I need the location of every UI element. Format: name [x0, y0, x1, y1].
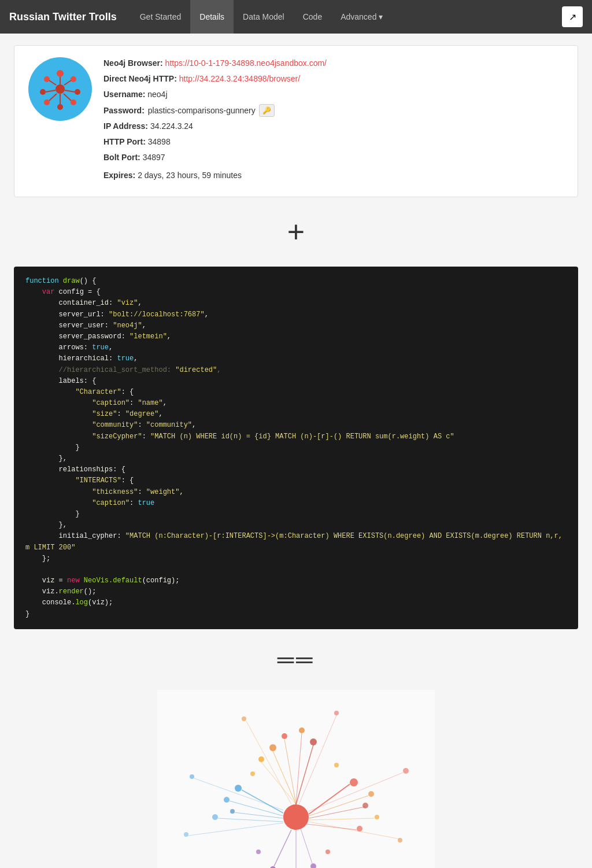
direct-http-label: Direct Neo4j HTTP:: [103, 74, 177, 83]
code-line: "thickness": "weight",: [25, 487, 567, 498]
logo-area: [28, 57, 92, 121]
code-line: initial_cypher: "MATCH (n:Character)-[r:…: [25, 531, 567, 553]
ip-row: IP Address: 34.224.3.24: [103, 120, 564, 132]
expires-value: 2 days, 23 hours, 59 minutes: [138, 171, 242, 180]
bolt-port-row: Bolt Port: 34897: [103, 152, 564, 164]
logo-circle: [28, 57, 92, 121]
username-label: Username:: [103, 90, 145, 99]
code-line: var config = {: [25, 287, 567, 298]
svg-point-11: [44, 99, 50, 105]
svg-line-10: [65, 90, 75, 92]
nav-item-details[interactable]: Details: [190, 0, 234, 34]
code-line: },: [25, 453, 567, 464]
svg-point-7: [40, 89, 46, 95]
nav-item-advanced[interactable]: Advanced ▾: [331, 0, 392, 34]
code-line: "sizeCypher": "MATCH (n) WHERE id(n) = {…: [25, 431, 567, 442]
svg-point-18: [283, 804, 309, 830]
svg-point-30: [368, 791, 374, 797]
svg-point-41: [230, 809, 235, 814]
svg-line-12: [49, 94, 57, 101]
svg-point-5: [71, 76, 76, 82]
code-line: "community": "community",: [25, 420, 567, 431]
svg-point-15: [57, 104, 63, 110]
code-line: hierarchical: true,: [25, 353, 567, 364]
graph-svg: [157, 690, 435, 868]
ip-value: 34.224.3.24: [150, 121, 193, 131]
code-line: viz.render();: [25, 586, 567, 597]
neo4j-browser-label: Neo4j Browser:: [103, 58, 163, 68]
code-line: labels: {: [25, 376, 567, 387]
svg-point-3: [44, 76, 50, 82]
external-link-button[interactable]: ↗: [562, 6, 583, 27]
http-port-row: HTTP Port: 34898: [103, 136, 564, 148]
code-line: };: [25, 553, 567, 564]
direct-http-link[interactable]: http://34.224.3.24:34898/browser/: [179, 74, 300, 83]
code-line: "caption": true: [25, 498, 567, 509]
code-line: relationships: {: [25, 464, 567, 475]
code-block: function draw() { var config = { contain…: [14, 267, 578, 629]
svg-line-4: [49, 80, 56, 85]
nav-item-data-model[interactable]: Data Model: [234, 0, 294, 34]
code-line: "INTERACTS": {: [25, 475, 567, 486]
code-line: container_id: "viz",: [25, 298, 567, 309]
code-line: }: [25, 442, 567, 453]
neo4j-browser-link[interactable]: https://10-0-1-179-34898.neo4jsandbox.co…: [165, 58, 327, 68]
username-value: neo4j: [147, 90, 167, 99]
http-port-label: HTTP Port:: [103, 137, 146, 146]
equals-symbol: ══: [0, 647, 592, 673]
code-line: console.log(viz);: [25, 597, 567, 608]
svg-point-54: [403, 768, 409, 774]
svg-line-14: [64, 94, 71, 101]
graph-container: neo4j: [14, 690, 578, 868]
code-line: server_url: "bolt://localhost:7687",: [25, 309, 567, 320]
code-line: "size": "degree",: [25, 409, 567, 420]
svg-point-40: [224, 797, 230, 803]
svg-point-19: [269, 744, 276, 751]
svg-point-62: [242, 716, 246, 721]
svg-point-22: [310, 738, 317, 745]
code-line: server_user: "neo4j",: [25, 320, 567, 331]
svg-point-58: [190, 774, 194, 779]
svg-point-20: [282, 733, 287, 739]
nav-item-code[interactable]: Code: [294, 0, 331, 34]
expires-label: Expires:: [103, 171, 135, 180]
svg-point-69: [256, 849, 261, 854]
svg-point-67: [250, 771, 255, 776]
code-line: //hierarchical_sort_method: "directed",: [25, 365, 567, 376]
details-info: Neo4j Browser: https://10-0-1-179-34898.…: [103, 57, 564, 185]
plus-symbol: +: [0, 215, 592, 249]
code-line: }: [25, 609, 567, 620]
nav-brand: Russian Twitter Trolls: [9, 11, 117, 23]
code-line: function draw() {: [25, 276, 567, 287]
logo-svg: [34, 63, 86, 115]
svg-point-59: [184, 832, 188, 837]
svg-point-33: [357, 826, 362, 832]
svg-point-29: [350, 778, 358, 786]
code-line: arrows: true,: [25, 342, 567, 353]
navbar: Russian Twitter Trolls Get Started Detai…: [0, 0, 592, 34]
svg-line-6: [64, 80, 71, 85]
code-line: },: [25, 520, 567, 531]
svg-point-42: [212, 814, 218, 820]
code-line: "caption": "name",: [25, 398, 567, 409]
password-toggle-button[interactable]: 🔑: [259, 104, 275, 117]
svg-point-39: [235, 785, 242, 792]
svg-line-8: [46, 90, 56, 92]
bolt-port-label: Bolt Port:: [103, 153, 140, 162]
direct-http-row: Direct Neo4j HTTP: http://34.224.3.24:34…: [103, 73, 564, 85]
svg-point-1: [57, 70, 64, 77]
http-port-value: 34898: [148, 137, 171, 146]
neo4j-browser-row: Neo4j Browser: https://10-0-1-179-34898.…: [103, 57, 564, 69]
ip-label: IP Address:: [103, 121, 148, 131]
code-line: "Character": {: [25, 387, 567, 398]
svg-point-13: [71, 99, 76, 105]
code-line: [25, 564, 567, 575]
expires-row: Expires: 2 days, 23 hours, 59 minutes: [103, 169, 564, 182]
svg-point-63: [334, 711, 339, 715]
svg-point-32: [375, 815, 379, 819]
password-label: Password:: [103, 105, 145, 117]
username-row: Username: neo4j: [103, 88, 564, 101]
nav-item-get-started[interactable]: Get Started: [131, 0, 191, 34]
details-card: Neo4j Browser: https://10-0-1-179-34898.…: [14, 45, 578, 197]
password-value: plastics-comparisons-gunnery: [148, 105, 256, 117]
